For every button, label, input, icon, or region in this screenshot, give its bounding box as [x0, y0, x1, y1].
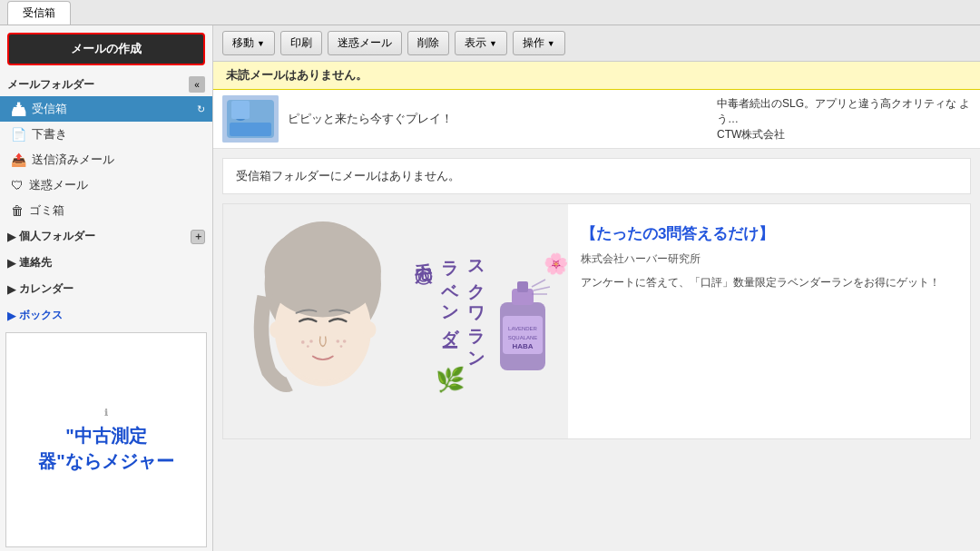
main-ad-image-area: 毛穴◎ ラベンダー スクワラン 🌿 [223, 204, 568, 438]
sidebar-ad: ℹ "中古測定器"ならメジャー [5, 332, 207, 547]
print-button[interactable]: 印刷 [280, 31, 322, 55]
svg-point-7 [265, 226, 381, 318]
print-label: 印刷 [290, 35, 312, 51]
inbox-tab[interactable]: 受信箱 [7, 1, 71, 25]
v-text-1: 毛穴◎ [414, 249, 435, 274]
top-ad-text-left: ピピッと来たら今すぐプレイ！ [288, 111, 708, 127]
sidebar: メールの作成 メールフォルダー « 📥 受信箱 ↻ 📄 下書き 📤 送信済みメー… [0, 25, 213, 551]
action-label: 操作 [523, 35, 544, 51]
face-illustration [232, 221, 414, 421]
add-folder-button[interactable]: ＋ [191, 230, 205, 244]
main-ad[interactable]: 毛穴◎ ラベンダー スクワラン 🌿 [222, 203, 971, 439]
perfume-bottle-area: LAVENDER SQUALANE HABA 🌸 [486, 261, 559, 382]
contacts-header[interactable]: ▶ 連絡先 [0, 250, 212, 276]
view-label: 表示 [465, 35, 486, 51]
refresh-icon[interactable]: ↻ [197, 103, 205, 115]
main-ad-content: 【たったの3問答えるだけ】 株式会社ハーバー研究所 アンケートに答えて、「口評」… [568, 204, 970, 438]
svg-line-24 [534, 287, 550, 290]
contacts-label: 連絡先 [19, 255, 52, 271]
v-text-3: スクワラン [466, 249, 486, 362]
drafts-label: 下書き [32, 126, 67, 143]
drafts-icon: 📄 [11, 127, 26, 142]
ad-image-inner: 毛穴◎ ラベンダー スクワラン 🌿 [223, 221, 568, 421]
box-triangle-icon: ▶ [7, 310, 15, 322]
personal-folder-header[interactable]: ▶ 個人フォルダー ＋ [0, 223, 212, 250]
folder-item-drafts[interactable]: 📄 下書き [0, 122, 212, 147]
trash-icon: 🗑 [11, 203, 24, 218]
svg-point-9 [363, 321, 377, 338]
content-area: 移動 ▼ 印刷 迷惑メール 削除 表示 ▼ 操作 ▼ 未読メールはありません。 [213, 25, 980, 551]
main-ad-title: 【たったの3問答えるだけ】 [581, 222, 957, 246]
svg-point-12 [309, 339, 313, 343]
calendar-label: カレンダー [19, 281, 74, 297]
view-button[interactable]: 表示 ▼ [455, 31, 507, 55]
move-label: 移動 [232, 35, 254, 51]
top-ad-thumbnail [222, 95, 279, 143]
action-arrow-icon: ▼ [547, 39, 555, 48]
svg-rect-22 [517, 281, 528, 292]
spam-label: 迷惑メール [29, 177, 88, 193]
empty-message: 受信箱フォルダーにメールはありません。 [222, 158, 971, 194]
action-button[interactable]: 操作 ▼ [513, 31, 565, 55]
main-layout: メールの作成 メールフォルダー « 📥 受信箱 ↻ 📄 下書き 📤 送信済みメー… [0, 25, 980, 551]
top-ad-text-right: 中毒者続出のSLG。アプリと違う高クオリティな よう… CTW株式会社 [717, 96, 971, 143]
delete-label: 削除 [417, 35, 439, 51]
move-arrow-icon: ▼ [257, 39, 265, 48]
top-ad-image [222, 95, 279, 143]
svg-point-8 [270, 321, 283, 338]
box-label: ボックス [19, 308, 63, 323]
inbox-icon: 📥 [11, 102, 26, 116]
tab-bar: 受信箱 [0, 0, 980, 25]
delete-button[interactable]: 削除 [407, 31, 449, 55]
main-ad-company: 株式会社ハーバー研究所 [581, 251, 957, 267]
spam-button[interactable]: 迷惑メール [328, 31, 402, 55]
compose-btn-area: メールの作成 [0, 25, 212, 73]
compose-button[interactable]: メールの作成 [7, 33, 205, 65]
move-button[interactable]: 移動 ▼ [222, 31, 275, 55]
view-arrow-icon: ▼ [489, 39, 497, 48]
folder-section-label: メールフォルダー [7, 77, 94, 93]
folder-item-trash[interactable]: 🗑 ゴミ箱 [0, 198, 212, 223]
spam-label: 迷惑メール [338, 35, 392, 51]
top-ad-banner[interactable]: ピピッと来たら今すぐプレイ！ 中毒者続出のSLG。アプリと違う高クオリティな よ… [213, 90, 980, 149]
perfume-bottle-svg: LAVENDER SQUALANE HABA [486, 261, 559, 379]
box-header[interactable]: ▶ ボックス [0, 302, 212, 329]
svg-point-14 [340, 345, 343, 348]
sidebar-collapse-button[interactable]: « [189, 76, 205, 93]
folder-item-inbox[interactable]: 📥 受信箱 ↻ [0, 96, 212, 122]
folder-item-sent[interactable]: 📤 送信済みメール [0, 147, 212, 172]
calendar-triangle-icon: ▶ [7, 283, 15, 296]
svg-point-13 [336, 339, 339, 343]
top-ad-company: CTW株式会社 [717, 128, 785, 141]
contacts-triangle-icon: ▶ [7, 257, 15, 270]
main-ad-right: 【たったの3問答えるだけ】 株式会社ハーバー研究所 アンケートに答えて、「口評」… [581, 222, 957, 291]
calendar-header[interactable]: ▶ カレンダー [0, 276, 212, 302]
svg-rect-4 [231, 101, 250, 119]
top-ad-right-main: 中毒者続出のSLG。アプリと違う高クオリティな よう… [717, 97, 970, 125]
svg-point-11 [307, 345, 309, 348]
svg-point-10 [301, 340, 305, 344]
svg-rect-3 [230, 123, 271, 136]
vertical-text-area: 毛穴◎ ラベンダー スクワラン 🌿 [414, 249, 486, 394]
sidebar-ad-text: "中古測定器"ならメジャー [38, 423, 173, 474]
unread-banner: 未読メールはありません。 [213, 62, 980, 90]
triangle-icon: ▶ [7, 231, 15, 243]
svg-line-23 [532, 280, 545, 287]
vertical-columns: 毛穴◎ ラベンダー スクワラン [414, 249, 486, 362]
toolbar: 移動 ▼ 印刷 迷惑メール 削除 表示 ▼ 操作 ▼ [213, 25, 980, 62]
v-text-2: ラベンダー [439, 249, 460, 341]
svg-text:SQUALANE: SQUALANE [508, 335, 538, 340]
trash-label: ゴミ箱 [29, 202, 64, 219]
lavender-icon-2: 🌸 [544, 252, 568, 276]
main-ad-desc: アンケートに答えて、「口評」数量限定ラベンダーランをお得にゲット！ [581, 274, 957, 291]
sent-label: 送信済みメール [32, 152, 114, 168]
folder-item-spam[interactable]: 🛡 迷惑メール [0, 172, 212, 198]
personal-folder-label: 個人フォルダー [19, 229, 95, 244]
spam-icon: 🛡 [11, 178, 24, 192]
folder-section-header: メールフォルダー « [0, 73, 212, 96]
sent-icon: 📤 [11, 153, 26, 167]
svg-text:HABA: HABA [512, 342, 533, 350]
svg-text:LAVENDER: LAVENDER [508, 326, 538, 331]
svg-point-15 [343, 339, 347, 343]
folder-list: 📥 受信箱 ↻ 📄 下書き 📤 送信済みメール 🛡 迷惑メール 🗑 ゴミ箱 [0, 96, 212, 223]
